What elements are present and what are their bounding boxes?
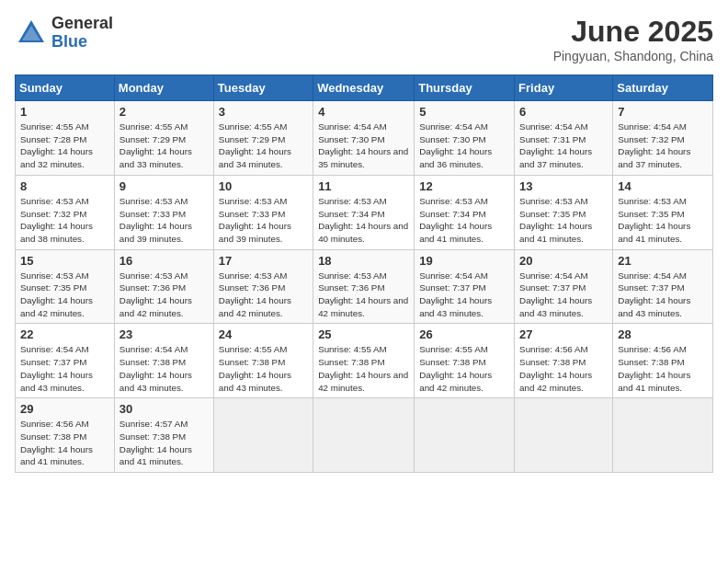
col-thursday: Thursday: [415, 75, 515, 101]
day-cell-4: 4 Sunrise: 4:54 AMSunset: 7:30 PMDayligh…: [313, 101, 415, 176]
cell-info: Sunrise: 4:54 AMSunset: 7:30 PMDaylight:…: [318, 121, 408, 169]
cell-info: Sunrise: 4:57 AMSunset: 7:38 PMDaylight:…: [119, 419, 192, 466]
day-cell-11: 11 Sunrise: 4:53 AMSunset: 7:34 PMDaylig…: [313, 175, 415, 249]
day-number: 29: [20, 402, 109, 416]
day-number: 6: [519, 105, 608, 119]
cell-info: Sunrise: 4:56 AMSunset: 7:38 PMDaylight:…: [20, 419, 93, 466]
day-number: 21: [618, 254, 708, 268]
logo-icon: [15, 17, 48, 50]
cell-info: Sunrise: 4:53 AMSunset: 7:34 PMDaylight:…: [318, 196, 408, 244]
cell-info: Sunrise: 4:54 AMSunset: 7:37 PMDaylight:…: [20, 344, 93, 392]
day-number: 26: [419, 327, 509, 341]
cell-info: Sunrise: 4:55 AMSunset: 7:28 PMDaylight:…: [20, 121, 93, 169]
cell-info: Sunrise: 4:53 AMSunset: 7:36 PMDaylight:…: [119, 270, 192, 318]
cell-info: Sunrise: 4:53 AMSunset: 7:33 PMDaylight:…: [119, 196, 192, 244]
day-number: 9: [119, 179, 209, 193]
day-number: 1: [20, 105, 109, 119]
logo-general-text: General: [51, 15, 113, 33]
cell-info: Sunrise: 4:54 AMSunset: 7:37 PMDaylight:…: [618, 270, 690, 318]
day-number: 23: [119, 327, 209, 341]
day-number: 15: [20, 254, 109, 268]
day-cell-22: 22 Sunrise: 4:54 AMSunset: 7:37 PMDaylig…: [16, 324, 115, 398]
empty-cell: [515, 398, 613, 473]
day-cell-28: 28 Sunrise: 4:56 AMSunset: 7:38 PMDaylig…: [613, 324, 713, 398]
day-cell-19: 19 Sunrise: 4:54 AMSunset: 7:37 PMDaylig…: [415, 249, 515, 324]
day-cell-25: 25 Sunrise: 4:55 AMSunset: 7:38 PMDaylig…: [313, 324, 415, 398]
logo: General Blue: [15, 15, 113, 52]
calendar-header-row: Sunday Monday Tuesday Wednesday Thursday…: [16, 75, 713, 101]
cell-info: Sunrise: 4:54 AMSunset: 7:30 PMDaylight:…: [419, 121, 492, 169]
cell-info: Sunrise: 4:53 AMSunset: 7:35 PMDaylight:…: [618, 196, 690, 244]
day-cell-26: 26 Sunrise: 4:55 AMSunset: 7:38 PMDaylig…: [415, 324, 515, 398]
day-number: 7: [618, 105, 708, 119]
cell-info: Sunrise: 4:56 AMSunset: 7:38 PMDaylight:…: [618, 344, 690, 392]
day-number: 24: [219, 327, 308, 341]
day-number: 18: [318, 254, 409, 268]
cell-info: Sunrise: 4:54 AMSunset: 7:32 PMDaylight:…: [618, 121, 690, 169]
empty-cell: [213, 398, 313, 473]
day-number: 2: [119, 105, 209, 119]
cell-info: Sunrise: 4:53 AMSunset: 7:36 PMDaylight:…: [318, 270, 408, 318]
day-cell-12: 12 Sunrise: 4:53 AMSunset: 7:34 PMDaylig…: [415, 175, 515, 249]
week-row-1: 1 Sunrise: 4:55 AMSunset: 7:28 PMDayligh…: [16, 101, 713, 176]
week-row-5: 29 Sunrise: 4:56 AMSunset: 7:38 PMDaylig…: [16, 398, 713, 473]
cell-info: Sunrise: 4:55 AMSunset: 7:38 PMDaylight:…: [419, 344, 492, 392]
day-number: 8: [20, 179, 109, 193]
day-number: 5: [419, 105, 509, 119]
cell-info: Sunrise: 4:53 AMSunset: 7:35 PMDaylight:…: [519, 196, 592, 244]
day-cell-6: 6 Sunrise: 4:54 AMSunset: 7:31 PMDayligh…: [515, 101, 613, 176]
cell-info: Sunrise: 4:55 AMSunset: 7:38 PMDaylight:…: [219, 344, 291, 392]
cell-info: Sunrise: 4:56 AMSunset: 7:38 PMDaylight:…: [519, 344, 592, 392]
month-title: June 2025: [553, 15, 713, 49]
day-number: 22: [20, 327, 109, 341]
col-wednesday: Wednesday: [313, 75, 415, 101]
empty-cell: [313, 398, 415, 473]
week-row-3: 15 Sunrise: 4:53 AMSunset: 7:35 PMDaylig…: [16, 249, 713, 324]
day-cell-30: 30 Sunrise: 4:57 AMSunset: 7:38 PMDaylig…: [114, 398, 213, 473]
day-cell-7: 7 Sunrise: 4:54 AMSunset: 7:32 PMDayligh…: [613, 101, 713, 176]
day-cell-3: 3 Sunrise: 4:55 AMSunset: 7:29 PMDayligh…: [213, 101, 313, 176]
location-text: Pingyuan, Shandong, China: [553, 49, 713, 63]
day-cell-27: 27 Sunrise: 4:56 AMSunset: 7:38 PMDaylig…: [515, 324, 613, 398]
day-number: 12: [419, 179, 509, 193]
cell-info: Sunrise: 4:54 AMSunset: 7:37 PMDaylight:…: [519, 270, 592, 318]
calendar-table: Sunday Monday Tuesday Wednesday Thursday…: [15, 75, 713, 473]
day-cell-13: 13 Sunrise: 4:53 AMSunset: 7:35 PMDaylig…: [515, 175, 613, 249]
logo-text: General Blue: [51, 15, 113, 52]
cell-info: Sunrise: 4:55 AMSunset: 7:29 PMDaylight:…: [219, 121, 291, 169]
cell-info: Sunrise: 4:53 AMSunset: 7:33 PMDaylight:…: [219, 196, 291, 244]
day-number: 27: [519, 327, 608, 341]
col-tuesday: Tuesday: [213, 75, 313, 101]
day-number: 16: [119, 254, 209, 268]
cell-info: Sunrise: 4:53 AMSunset: 7:36 PMDaylight:…: [219, 270, 291, 318]
day-number: 25: [318, 327, 409, 341]
week-row-2: 8 Sunrise: 4:53 AMSunset: 7:32 PMDayligh…: [16, 175, 713, 249]
day-cell-16: 16 Sunrise: 4:53 AMSunset: 7:36 PMDaylig…: [114, 249, 213, 324]
day-number: 20: [519, 254, 608, 268]
cell-info: Sunrise: 4:54 AMSunset: 7:31 PMDaylight:…: [519, 121, 592, 169]
day-cell-15: 15 Sunrise: 4:53 AMSunset: 7:35 PMDaylig…: [16, 249, 115, 324]
day-cell-5: 5 Sunrise: 4:54 AMSunset: 7:30 PMDayligh…: [415, 101, 515, 176]
day-number: 4: [318, 105, 409, 119]
cell-info: Sunrise: 4:55 AMSunset: 7:38 PMDaylight:…: [318, 344, 408, 392]
day-number: 10: [219, 179, 308, 193]
empty-cell: [415, 398, 515, 473]
day-cell-18: 18 Sunrise: 4:53 AMSunset: 7:36 PMDaylig…: [313, 249, 415, 324]
cell-info: Sunrise: 4:54 AMSunset: 7:38 PMDaylight:…: [119, 344, 192, 392]
day-cell-20: 20 Sunrise: 4:54 AMSunset: 7:37 PMDaylig…: [515, 249, 613, 324]
page-header: General Blue June 2025 Pingyuan, Shandon…: [15, 15, 713, 63]
day-number: 11: [318, 179, 409, 193]
day-cell-23: 23 Sunrise: 4:54 AMSunset: 7:38 PMDaylig…: [114, 324, 213, 398]
day-cell-10: 10 Sunrise: 4:53 AMSunset: 7:33 PMDaylig…: [213, 175, 313, 249]
cell-info: Sunrise: 4:54 AMSunset: 7:37 PMDaylight:…: [419, 270, 492, 318]
day-number: 30: [119, 402, 209, 416]
day-number: 28: [618, 327, 708, 341]
day-number: 19: [419, 254, 509, 268]
col-monday: Monday: [114, 75, 213, 101]
empty-cell: [613, 398, 713, 473]
day-cell-17: 17 Sunrise: 4:53 AMSunset: 7:36 PMDaylig…: [213, 249, 313, 324]
col-friday: Friday: [515, 75, 613, 101]
logo-blue-text: Blue: [51, 33, 113, 52]
day-cell-9: 9 Sunrise: 4:53 AMSunset: 7:33 PMDayligh…: [114, 175, 213, 249]
day-cell-2: 2 Sunrise: 4:55 AMSunset: 7:29 PMDayligh…: [114, 101, 213, 176]
